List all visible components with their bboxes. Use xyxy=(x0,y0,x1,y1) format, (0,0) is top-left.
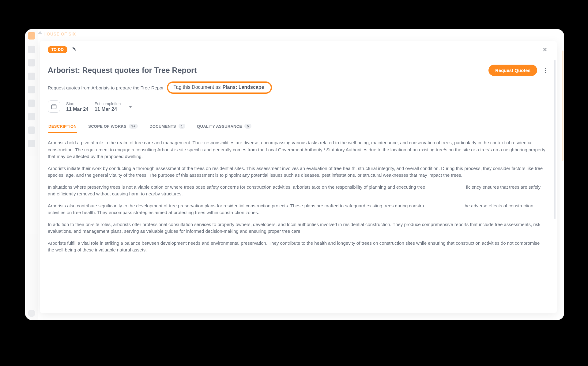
document-tag-pill[interactable]: Tag this Document as Plans: Landscape xyxy=(167,81,272,94)
start-date-value: 11 Mar 24 xyxy=(66,107,89,112)
sidebar-settings-icon xyxy=(28,310,35,317)
tag-prefix: Tag this Document as xyxy=(174,85,221,90)
sidebar-bg-icon xyxy=(28,59,35,66)
app-frame: HOUSE OF SIX TO DO ✕ Arborist: Request q… xyxy=(25,29,564,320)
svg-point-0 xyxy=(73,47,74,47)
chevron-down-icon[interactable] xyxy=(129,106,132,108)
dates-row[interactable]: Start 11 Mar 24 Est completion 11 Mar 24 xyxy=(48,100,549,113)
start-date-label: Start xyxy=(66,101,89,106)
request-quotes-button[interactable]: Request Quotes xyxy=(488,65,537,76)
sidebar-bg-icon xyxy=(28,126,35,134)
description-paragraph: Arborists also contribute significantly … xyxy=(48,202,546,216)
start-date-block: Start 11 Mar 24 xyxy=(66,101,89,112)
svg-point-1 xyxy=(74,48,75,49)
description-body: Arborists hold a pivotal role in the rea… xyxy=(48,139,549,254)
tab-label: DESCRIPTION xyxy=(48,124,77,129)
sidebar-bg-icon xyxy=(28,100,35,107)
calendar-icon xyxy=(48,100,60,113)
subtitle-text: Request quotes from Arborists to prepare… xyxy=(48,85,164,90)
tab-count: 1 xyxy=(179,124,185,129)
badge-row: TO DO xyxy=(48,46,77,53)
tab-count: 9+ xyxy=(129,124,138,129)
tag-value: Plans: Landscape xyxy=(222,85,264,90)
tab-documents[interactable]: DOCUMENTS 1 xyxy=(149,121,186,133)
sidebar-bg-icon xyxy=(28,73,35,80)
task-title: Arborist: Request quotes for Tree Report xyxy=(48,66,197,75)
modal-top-bar: TO DO ✕ xyxy=(48,46,549,54)
sidebar-app-icon xyxy=(28,32,35,40)
close-button[interactable]: ✕ xyxy=(541,46,549,54)
svg-point-2 xyxy=(76,50,76,50)
background-sidebar xyxy=(25,29,38,320)
background-right-stripe xyxy=(562,51,564,161)
sidebar-bg-icon xyxy=(28,86,35,93)
status-badge[interactable]: TO DO xyxy=(48,46,67,53)
text-span: Arborists also contribute significantly … xyxy=(48,203,424,208)
more-menu-button[interactable] xyxy=(542,66,549,74)
breadcrumb: HOUSE OF SIX xyxy=(43,32,76,36)
description-paragraph: Arborists hold a pivotal role in the rea… xyxy=(48,139,546,160)
tab-label: SCOPE OF WORKS xyxy=(88,124,126,129)
text-span: In situations where preserving trees is … xyxy=(48,184,427,190)
obscured-text: ction and minimize xyxy=(424,203,462,208)
tabs-row: DESCRIPTION SCOPE OF WORKS 9+ DOCUMENTS … xyxy=(48,121,549,133)
svg-rect-3 xyxy=(52,105,56,109)
title-row: Arborist: Request quotes for Tree Report… xyxy=(48,65,549,76)
breadcrumb-caret-icon xyxy=(38,31,42,34)
description-paragraph: Arborists fulfill a vital role in striki… xyxy=(48,240,546,254)
est-completion-block: Est completion 11 Mar 24 xyxy=(95,101,121,112)
tab-label: QUALITY ASSURANCE xyxy=(197,124,242,129)
tab-scope-of-works[interactable]: SCOPE OF WORKS 9+ xyxy=(88,121,138,133)
obscured-text: removals. Their pro xyxy=(427,184,466,190)
tab-quality-assurance[interactable]: QUALITY ASSURANCE 5 xyxy=(196,121,252,133)
subtitle-row: Request quotes from Arborists to prepare… xyxy=(48,81,549,94)
sidebar-bg-icon xyxy=(28,46,35,53)
sidebar-bg-icon xyxy=(28,140,35,147)
scrollbar[interactable] xyxy=(554,60,556,219)
description-paragraph: In addition to their on-site roles, arbo… xyxy=(48,221,546,235)
sidebar-bg-icon xyxy=(28,113,35,120)
task-modal: TO DO ✕ Arborist: Request quotes for Tre… xyxy=(40,41,557,313)
description-paragraph: Arborists initiate their work by conduct… xyxy=(48,165,546,179)
tab-label: DOCUMENTS xyxy=(149,124,176,129)
title-actions: Request Quotes xyxy=(488,65,549,76)
est-completion-value: 11 Mar 24 xyxy=(95,107,121,112)
tab-description[interactable]: DESCRIPTION xyxy=(48,121,77,133)
est-completion-label: Est completion xyxy=(95,101,121,106)
tab-count: 5 xyxy=(244,124,251,129)
hierarchy-icon[interactable] xyxy=(72,47,77,53)
description-paragraph: In situations where preserving trees is … xyxy=(48,184,546,198)
